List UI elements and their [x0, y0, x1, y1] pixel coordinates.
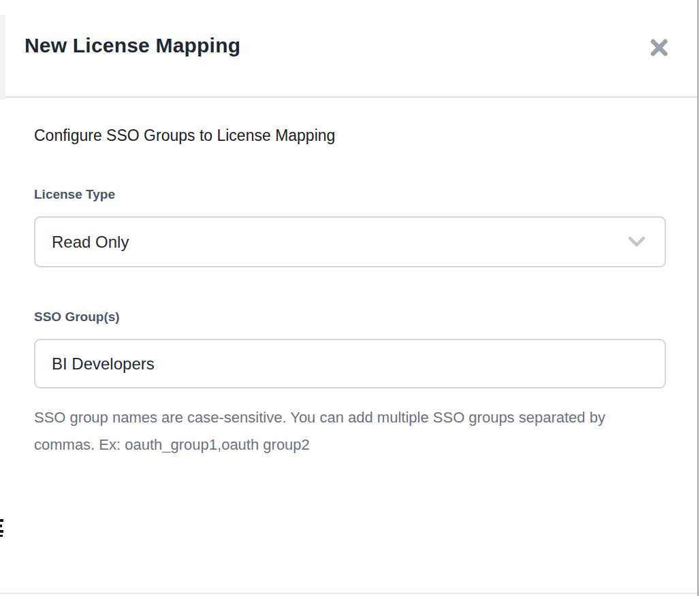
- license-type-selected-value: Read Only: [52, 233, 129, 252]
- license-type-label: License Type: [34, 187, 669, 202]
- chevron-down-icon: [628, 235, 646, 252]
- screen: New License Mapping Configure SSO Groups…: [0, 0, 700, 596]
- dialog-header: New License Mapping: [5, 0, 697, 98]
- obscured-list-icon: [0, 519, 3, 522]
- new-license-mapping-dialog: New License Mapping Configure SSO Groups…: [5, 0, 697, 596]
- dialog-footer-divider: [0, 593, 700, 594]
- obscured-list-icon: [0, 530, 3, 533]
- sso-groups-label: SSO Group(s): [34, 310, 669, 325]
- background-page-sliver: [0, 15, 5, 99]
- obscured-list-icon: [0, 525, 2, 527]
- license-type-select[interactable]: Read Only: [34, 216, 666, 267]
- dialog-body: Configure SSO Groups to License Mapping …: [5, 98, 697, 459]
- sso-groups-helper-text: SSO group names are case-sensitive. You …: [34, 404, 609, 459]
- section-description: Configure SSO Groups to License Mapping: [34, 127, 669, 145]
- dialog-title: New License Mapping: [25, 34, 240, 57]
- sso-groups-input[interactable]: [34, 339, 666, 388]
- close-button[interactable]: [646, 35, 672, 61]
- dialog-right-edge: [697, 0, 699, 596]
- close-icon: [648, 36, 671, 61]
- obscured-list-icon: [0, 535, 3, 537]
